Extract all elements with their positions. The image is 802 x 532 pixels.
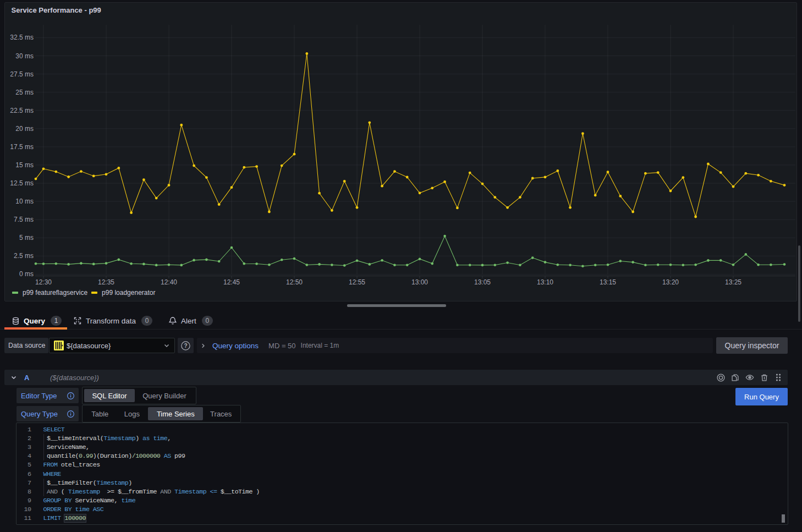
svg-text:12:40: 12:40 — [161, 278, 177, 286]
svg-text:13:05: 13:05 — [474, 278, 491, 286]
svg-text:13:10: 13:10 — [537, 278, 553, 286]
svg-text:25 ms: 25 ms — [15, 89, 34, 96]
svg-text:?: ? — [184, 343, 187, 349]
svg-text:7.5 ms: 7.5 ms — [14, 216, 34, 223]
svg-text:5 ms: 5 ms — [19, 234, 34, 242]
svg-text:12:35: 12:35 — [98, 278, 114, 286]
svg-text:12.5 ms: 12.5 ms — [10, 179, 34, 187]
svg-text:30 ms: 30 ms — [15, 52, 34, 60]
svg-text:0 ms: 0 ms — [19, 270, 34, 278]
svg-text:13:15: 13:15 — [600, 278, 616, 286]
svg-text:27.5 ms: 27.5 ms — [10, 70, 34, 78]
svg-text:13:25: 13:25 — [725, 278, 741, 286]
svg-text:17.5 ms: 17.5 ms — [10, 143, 34, 151]
svg-text:13:20: 13:20 — [662, 278, 679, 286]
svg-text:12:55: 12:55 — [349, 278, 365, 286]
svg-text:22.5 ms: 22.5 ms — [10, 107, 34, 114]
svg-text:13:00: 13:00 — [411, 278, 428, 286]
svg-text:20 ms: 20 ms — [15, 125, 34, 133]
svg-text:32.5 ms: 32.5 ms — [10, 34, 34, 41]
svg-text:12:30: 12:30 — [35, 278, 52, 286]
svg-text:12:45: 12:45 — [223, 278, 240, 286]
svg-text:10 ms: 10 ms — [15, 198, 34, 205]
svg-text:2.5 ms: 2.5 ms — [14, 252, 34, 260]
svg-text:15 ms: 15 ms — [15, 161, 34, 169]
svg-text:12:50: 12:50 — [286, 278, 303, 286]
